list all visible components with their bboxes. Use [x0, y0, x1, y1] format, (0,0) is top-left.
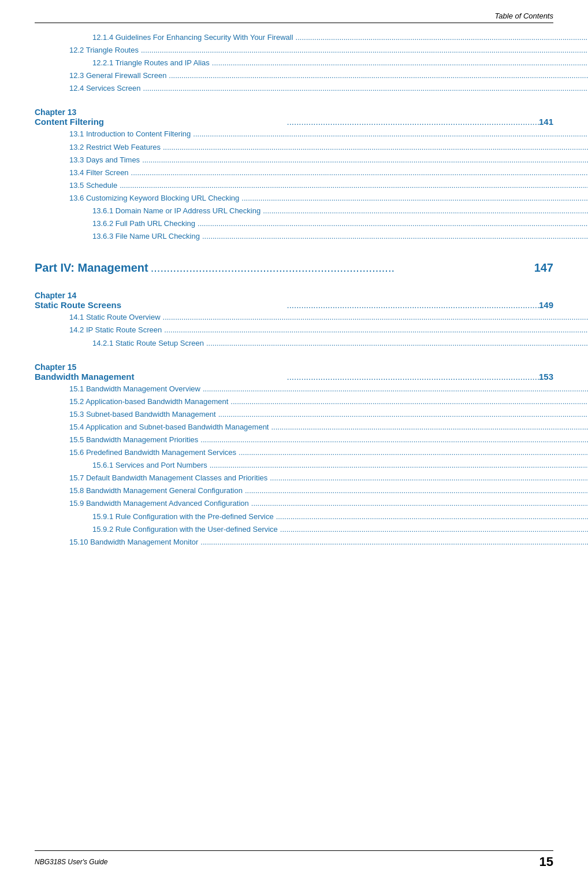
chapter-title: Bandwidth Management — [35, 372, 286, 382]
toc-entry: 12.2 Triangle Routes....................… — [35, 44, 553, 57]
toc-entry: 14.2 IP Static Route Screen.............… — [35, 324, 553, 336]
toc-entry-dots: ........................................… — [236, 446, 588, 459]
part-page: 147 — [534, 261, 553, 275]
toc-entry: 15.6 Predefined Bandwidth Management Ser… — [35, 446, 553, 459]
toc-entry-dots: ........................................… — [117, 179, 588, 192]
toc-entry-text: 15.9.1 Rule Configuration with the Pre-d… — [92, 510, 588, 523]
toc-entry: 15.7 Default Bandwidth Management Classe… — [35, 472, 553, 484]
toc-entry: 15.8 Bandwidth Management General Config… — [35, 484, 553, 497]
toc-entry-label: 15.9 Bandwidth Management Advanced Confi… — [69, 497, 249, 510]
toc-entry-label: 13.6 Customizing Keyword Blocking URL Ch… — [69, 192, 239, 205]
toc-entry-dots: ........................................… — [141, 82, 588, 95]
toc-entry-label: 15.4 Application and Subnet-based Bandwi… — [69, 421, 269, 434]
toc-entry-dots: ........................................… — [210, 57, 588, 69]
toc-entry-text: 13.6.3 File Name URL Checking...........… — [92, 230, 588, 243]
toc-entry-text: 12.1.4 Guidelines For Enhancing Security… — [92, 31, 588, 44]
toc-entry-dots: ........................................… — [278, 523, 588, 536]
toc-entry-text: 15.3 Subnet-based Bandwidth Management..… — [69, 408, 588, 421]
toc-entry-label: 14.2.1 Static Route Setup Screen — [92, 337, 204, 350]
toc-entry-label: 15.10 Bandwidth Management Monitor — [69, 536, 198, 549]
part-heading: Part IV: Management ....................… — [35, 261, 553, 275]
chapter-title-line: Static Route Screens ...................… — [35, 300, 553, 310]
toc-entry-text: 15.10 Bandwidth Management Monitor......… — [69, 536, 588, 549]
toc-entry-label: 15.8 Bandwidth Management General Config… — [69, 484, 243, 497]
chapter-block: Chapter 15Bandwidth Management .........… — [35, 362, 553, 382]
toc-entry-label: 15.9.2 Rule Configuration with the User-… — [92, 523, 278, 536]
toc-entry: 12.1.4 Guidelines For Enhancing Security… — [35, 31, 553, 44]
toc-entry-dots: ........................................… — [200, 383, 588, 395]
toc-entry-text: 13.2 Restrict Web Features..............… — [69, 141, 588, 154]
toc-entry: 13.5 Schedule...........................… — [35, 179, 553, 192]
toc-entry-text: 13.6 Customizing Keyword Blocking URL Ch… — [69, 192, 588, 205]
toc-entry-text: 12.4 Services Screen....................… — [69, 82, 588, 95]
toc-entry-dots: ........................................… — [239, 192, 588, 205]
toc-entry-label: 15.6.1 Services and Port Numbers — [92, 459, 207, 472]
toc-entry: 15.4 Application and Subnet-based Bandwi… — [35, 421, 553, 434]
toc-entry: 15.9.1 Rule Configuration with the Pre-d… — [35, 510, 553, 523]
toc-entry-label: 12.3 General Firewall Screen — [69, 69, 166, 82]
toc-entry-label: 13.6.3 File Name URL Checking — [92, 230, 200, 243]
toc-entry-dots: ........................................… — [216, 408, 588, 421]
header-title: Table of Contents — [495, 12, 553, 20]
toc-entry-text: 13.6.2 Full Path URL Checking...........… — [92, 217, 588, 230]
part-dots: ........................................… — [151, 261, 532, 275]
toc-entry-text: 15.9 Bandwidth Management Advanced Confi… — [69, 497, 588, 510]
toc-entry: 12.3 General Firewall Screen............… — [35, 69, 553, 82]
chapter-dots: ........................................… — [286, 117, 538, 127]
toc-entry: 15.9.2 Rule Configuration with the User-… — [35, 523, 553, 536]
toc-entry-text: 13.4 Filter Screen......................… — [69, 166, 588, 179]
toc-entry: 15.1 Bandwidth Management Overview......… — [35, 383, 553, 395]
toc-entry-label: 14.1 Static Route Overview — [69, 311, 161, 324]
toc-entry-dots: ........................................… — [161, 311, 588, 324]
toc-entry-dots: ........................................… — [195, 217, 588, 230]
toc-entry-label: 15.5 Bandwidth Management Priorities — [69, 434, 198, 446]
toc-entry-text: 13.1 Introduction to Content Filtering..… — [69, 128, 588, 140]
toc-entry-text: 15.9.2 Rule Configuration with the User-… — [92, 523, 588, 536]
toc-entry-text: 14.2 IP Static Route Screen.............… — [69, 324, 588, 336]
toc-entry-label: 13.1 Introduction to Content Filtering — [69, 128, 191, 140]
chapter-block: Chapter 14Static Route Screens .........… — [35, 291, 553, 310]
toc-entry-dots: ........................................… — [161, 141, 588, 154]
toc-entry: 13.6 Customizing Keyword Blocking URL Ch… — [35, 192, 553, 205]
toc-entry-text: 15.7 Default Bandwidth Management Classe… — [69, 472, 588, 484]
chapter-title: Content Filtering — [35, 117, 286, 127]
toc-entry-dots: ........................................… — [191, 128, 588, 140]
toc-entry-text: 15.6.1 Services and Port Numbers........… — [92, 459, 588, 472]
toc-entry-label: 14.2 IP Static Route Screen — [69, 324, 162, 336]
toc-entry: 13.6.3 File Name URL Checking...........… — [35, 230, 553, 243]
toc-entry: 13.2 Restrict Web Features..............… — [35, 141, 553, 154]
toc-entry-label: 15.3 Subnet-based Bandwidth Management — [69, 408, 216, 421]
toc-entry-dots: ........................................… — [166, 69, 588, 82]
toc-entry-dots: ........................................… — [274, 510, 588, 523]
toc-entry-text: 13.5 Schedule...........................… — [69, 179, 588, 192]
part-title-line: Part IV: Management ....................… — [35, 261, 553, 275]
toc-entry: 13.3 Days and Times.....................… — [35, 154, 553, 166]
toc-entry-text: 13.3 Days and Times.....................… — [69, 154, 588, 166]
chapter-page: 141 — [539, 117, 553, 127]
toc-entry-label: 15.7 Default Bandwidth Management Classe… — [69, 472, 267, 484]
toc-entry-dots: ........................................… — [129, 166, 588, 179]
chapter-label: Chapter 13 — [35, 108, 553, 117]
toc-entry-dots: ........................................… — [139, 44, 588, 57]
chapter-title: Static Route Screens — [35, 300, 286, 310]
chapter-title-line: Content Filtering ......................… — [35, 117, 553, 127]
toc-entry-text: 14.2.1 Static Route Setup Screen........… — [92, 337, 588, 350]
toc-entry: 15.5 Bandwidth Management Priorities....… — [35, 434, 553, 446]
toc-entry-label: 13.6.2 Full Path URL Checking — [92, 217, 195, 230]
toc-entry-label: 13.5 Schedule — [69, 179, 117, 192]
toc-entry: 15.10 Bandwidth Management Monitor......… — [35, 536, 553, 549]
toc-entry-label: 15.2 Application-based Bandwidth Managem… — [69, 395, 228, 408]
toc-entry-text: 15.4 Application and Subnet-based Bandwi… — [69, 421, 588, 434]
toc-entry-dots: ........................................… — [204, 337, 588, 350]
toc-entry-label: 13.2 Restrict Web Features — [69, 141, 161, 154]
toc-entry: 15.6.1 Services and Port Numbers........… — [35, 459, 553, 472]
toc-entry-dots: ........................................… — [293, 31, 588, 44]
toc-entry: 15.3 Subnet-based Bandwidth Management..… — [35, 408, 553, 421]
toc-entry-text: 12.2 Triangle Routes....................… — [69, 44, 588, 57]
toc-entry-dots: ........................................… — [140, 154, 588, 166]
toc-entry: 14.2.1 Static Route Setup Screen........… — [35, 337, 553, 350]
toc-entry: 12.4 Services Screen....................… — [35, 82, 553, 95]
toc-entry-dots: ........................................… — [162, 324, 588, 336]
chapter-label: Chapter 15 — [35, 362, 553, 372]
toc-entry-text: 13.6.1 Domain Name or IP Address URL Che… — [92, 205, 588, 217]
